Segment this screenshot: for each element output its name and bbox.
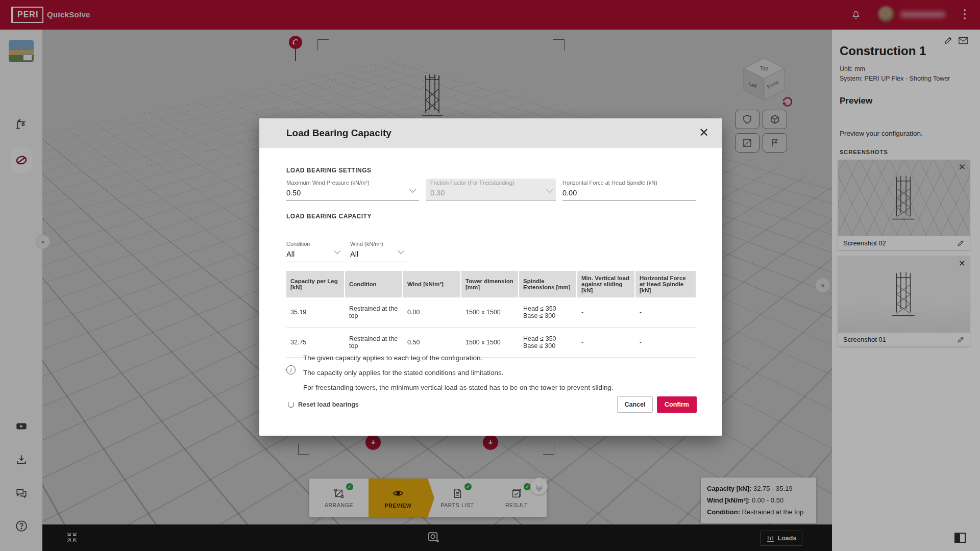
max-wind-pressure-value: 0.50 [286,189,419,197]
reset-refresh-icon [288,402,294,408]
col-spindle: Spindle Extensions [mm] [519,271,577,297]
horizontal-force-label: Horizontal Force at Head Spindle (kN) [562,180,696,186]
col-min-vertical: Min. Vertical load against sliding [kN] [577,271,635,297]
capacity-notes: The given capacity applies to each leg o… [303,350,614,395]
reset-label: Reset load bearings [298,401,359,408]
condition-filter-select[interactable]: Condition All [286,240,344,262]
settings-section-label: LOAD BEARING SETTINGS [286,167,372,174]
friction-factor-value: 0.30 [430,189,556,197]
condition-filter-label: Condition [286,241,344,247]
note-line: For freestanding towers, the minimum ver… [303,380,614,395]
wind-filter-label: Wind (kN/m²) [350,241,407,247]
friction-factor-label: Friction Factor (For Freestanding) [430,180,556,186]
wind-filter-select[interactable]: Wind (kN/m²) All [350,240,407,262]
confirm-button[interactable]: Confirm [657,396,697,413]
close-dialog-icon[interactable]: ✕ [699,126,709,139]
col-wind: Wind [kN/m²] [403,271,461,297]
note-line: The given capacity applies to each leg o… [303,350,614,365]
col-horizontal-force: Horizontal Force at Head Spindle [kN] [635,271,696,297]
load-bearing-capacity-dialog: Load Bearing Capacity ✕ LOAD BEARING SET… [259,118,722,436]
note-line: The capacity only applies for the stated… [303,365,614,380]
dialog-header: Load Bearing Capacity ✕ [259,118,722,148]
capacity-table: Capacity per Leg [kN] Condition Wind [kN… [286,271,696,358]
info-circle-icon: i [286,365,296,374]
friction-factor-select-disabled: Friction Factor (For Freestanding) 0.30 [426,179,556,201]
horizontal-force-input[interactable]: Horizontal Force at Head Spindle (kN) 0.… [562,179,696,201]
col-condition: Condition [345,271,403,297]
dialog-title: Load Bearing Capacity [286,118,391,148]
col-capacity: Capacity per Leg [kN] [286,271,345,297]
reset-load-bearings-link[interactable]: Reset load bearings [288,396,359,413]
horizontal-force-value: 0.00 [562,189,696,197]
capacity-section-label: LOAD BEARING CAPACITY [286,213,372,220]
table-row: 35.19 Restrained at the top 0.00 1500 x … [286,297,696,328]
capacity-table-header: Capacity per Leg [kN] Condition Wind [kN… [286,271,696,297]
col-dimension: Tower dimension [mm] [461,271,519,297]
max-wind-pressure-label: Maximum Wind Pressure (kN/m²) [286,180,419,186]
cancel-button[interactable]: Cancel [617,396,653,413]
max-wind-pressure-select[interactable]: Maximum Wind Pressure (kN/m²) 0.50 [286,179,419,201]
